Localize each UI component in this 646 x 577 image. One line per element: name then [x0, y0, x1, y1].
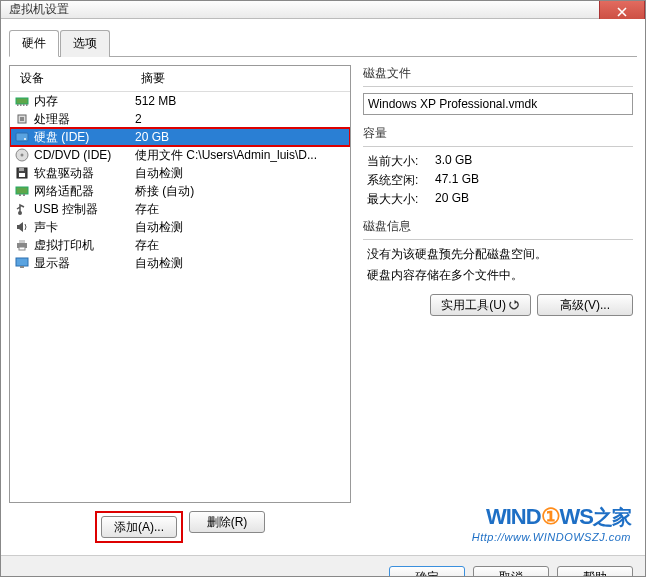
cpu-icon [14, 111, 30, 127]
cancel-button[interactable]: 取消 [473, 566, 549, 577]
device-summary: 存在 [135, 201, 350, 218]
svg-point-8 [24, 138, 26, 140]
tabs: 硬件 选项 [9, 29, 637, 57]
svg-rect-15 [19, 194, 21, 196]
device-row[interactable]: USB 控制器存在 [10, 200, 350, 218]
disk-info-line1: 没有为该硬盘预先分配磁盘空间。 [363, 246, 633, 263]
svg-rect-1 [17, 104, 19, 106]
svg-rect-12 [19, 168, 24, 171]
device-name: 显示器 [34, 255, 135, 272]
device-row[interactable]: 显示器自动检测 [10, 254, 350, 272]
floppy-icon [14, 165, 30, 181]
add-button[interactable]: 添加(A)... [101, 516, 177, 538]
tab-hardware[interactable]: 硬件 [9, 30, 59, 57]
advanced-button[interactable]: 高级(V)... [537, 294, 633, 316]
device-name: 硬盘 (IDE) [34, 129, 135, 146]
utilities-button[interactable]: 实用工具(U) [430, 294, 531, 316]
kv-max-size: 最大大小: 20 GB [363, 191, 633, 208]
current-size-value: 3.0 GB [435, 153, 472, 170]
svg-rect-22 [20, 266, 24, 268]
max-size-label: 最大大小: [367, 191, 435, 208]
device-name: 软盘驱动器 [34, 165, 135, 182]
device-rows: 内存512 MB处理器2硬盘 (IDE)20 GBCD/DVD (IDE)使用文… [10, 92, 350, 502]
svg-rect-6 [20, 117, 24, 121]
device-summary: 使用文件 C:\Users\Admin_luis\D... [135, 147, 350, 164]
device-summary: 512 MB [135, 94, 350, 108]
device-row[interactable]: 声卡自动检测 [10, 218, 350, 236]
device-row[interactable]: CD/DVD (IDE)使用文件 C:\Users\Admin_luis\D..… [10, 146, 350, 164]
device-name: 网络适配器 [34, 183, 135, 200]
max-size-value: 20 GB [435, 191, 469, 208]
device-summary: 自动检测 [135, 255, 350, 272]
logo-text: WIND①WS之家 [472, 504, 631, 531]
col-summary-header[interactable]: 摘要 [135, 70, 350, 87]
left-button-row: 添加(A)... 删除(R) [9, 503, 351, 547]
svg-rect-4 [26, 104, 28, 106]
list-header: 设备 摘要 [10, 66, 350, 92]
left-panel: 设备 摘要 内存512 MB处理器2硬盘 (IDE)20 GBCD/DVD (I… [9, 65, 351, 547]
device-name: 虚拟打印机 [34, 237, 135, 254]
ok-button[interactable]: 确定 [389, 566, 465, 577]
device-row[interactable]: 硬盘 (IDE)20 GB [10, 128, 350, 146]
disk-file-input[interactable] [363, 93, 633, 115]
device-row[interactable]: 处理器2 [10, 110, 350, 128]
svg-rect-7 [16, 133, 28, 141]
device-name: 内存 [34, 93, 135, 110]
remove-button[interactable]: 删除(R) [189, 511, 265, 533]
nic-icon [14, 183, 30, 199]
right-panel: 磁盘文件 容量 当前大小: 3.0 GB 系统空闲: 47.1 GB 最大大小:… [359, 65, 637, 547]
device-name: 处理器 [34, 111, 135, 128]
svg-rect-2 [20, 104, 22, 106]
svg-rect-0 [16, 98, 28, 104]
device-summary: 自动检测 [135, 165, 350, 182]
svg-rect-21 [16, 258, 28, 266]
kv-free-space: 系统空闲: 47.1 GB [363, 172, 633, 189]
device-row[interactable]: 网络适配器桥接 (自动) [10, 182, 350, 200]
device-row[interactable]: 软盘驱动器自动检测 [10, 164, 350, 182]
arrow-refresh-icon [508, 300, 520, 310]
svg-rect-3 [23, 104, 25, 106]
svg-rect-14 [16, 187, 28, 194]
col-device-header[interactable]: 设备 [10, 70, 135, 87]
tab-options[interactable]: 选项 [60, 30, 110, 57]
tab-body: 设备 摘要 内存512 MB处理器2硬盘 (IDE)20 GBCD/DVD (I… [9, 57, 637, 547]
kv-current-size: 当前大小: 3.0 GB [363, 153, 633, 170]
device-name: USB 控制器 [34, 201, 135, 218]
device-summary: 桥接 (自动) [135, 183, 350, 200]
display-icon [14, 255, 30, 271]
free-space-value: 47.1 GB [435, 172, 479, 189]
content-area: 硬件 选项 设备 摘要 内存512 MB处理器2硬盘 (IDE)20 GBCD/… [1, 19, 645, 555]
free-space-label: 系统空闲: [367, 172, 435, 189]
memory-icon [14, 93, 30, 109]
device-list: 设备 摘要 内存512 MB处理器2硬盘 (IDE)20 GBCD/DVD (I… [9, 65, 351, 503]
device-summary: 2 [135, 112, 350, 126]
svg-rect-20 [19, 247, 25, 250]
group-capacity: 容量 当前大小: 3.0 GB 系统空闲: 47.1 GB 最大大小: 20 G… [363, 125, 633, 208]
device-summary: 存在 [135, 237, 350, 254]
device-summary: 20 GB [135, 130, 350, 144]
disk-info-line2: 硬盘内容存储在多个文件中。 [363, 267, 633, 284]
group-disk-file: 磁盘文件 [363, 65, 633, 115]
group-disk-info: 磁盘信息 没有为该硬盘预先分配磁盘空间。 硬盘内容存储在多个文件中。 [363, 218, 633, 284]
window-title: 虚拟机设置 [9, 1, 69, 18]
disc-icon [14, 147, 30, 163]
hdd-icon [14, 129, 30, 145]
device-summary: 自动检测 [135, 219, 350, 236]
sound-icon [14, 219, 30, 235]
device-row[interactable]: 虚拟打印机存在 [10, 236, 350, 254]
capacity-title: 容量 [363, 125, 633, 142]
logo-url: Http://www.WINDOWSZJ.com [472, 531, 631, 543]
device-row[interactable]: 内存512 MB [10, 92, 350, 110]
svg-rect-13 [19, 173, 25, 177]
usb-icon [14, 201, 30, 217]
device-name: 声卡 [34, 219, 135, 236]
current-size-label: 当前大小: [367, 153, 435, 170]
titlebar: 虚拟机设置 [1, 1, 645, 19]
logo: WIND①WS之家 Http://www.WINDOWSZJ.com [472, 504, 631, 543]
close-icon [617, 7, 627, 17]
disk-info-title: 磁盘信息 [363, 218, 633, 235]
svg-point-10 [21, 154, 24, 157]
right-button-row: 实用工具(U) 高级(V)... [363, 294, 633, 316]
printer-icon [14, 237, 30, 253]
help-button[interactable]: 帮助 [557, 566, 633, 577]
